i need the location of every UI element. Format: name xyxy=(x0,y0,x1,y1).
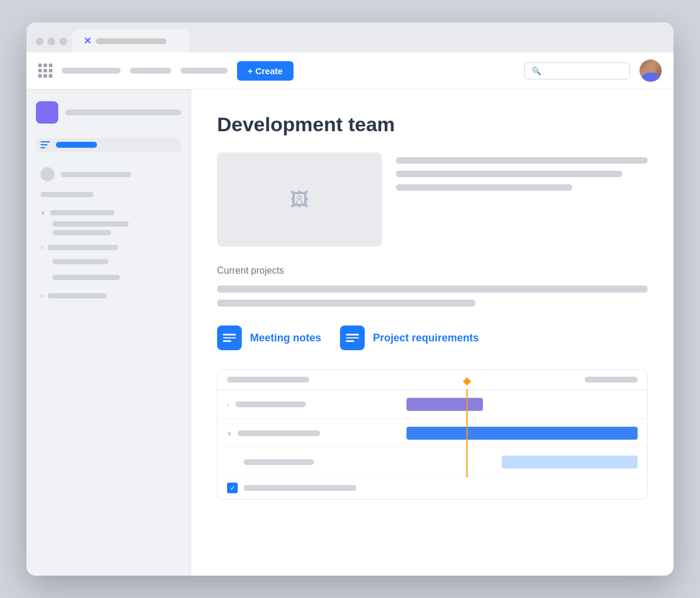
checkbox-icon[interactable]: ✓ xyxy=(227,483,238,493)
card-meeting-notes[interactable]: Meeting notes xyxy=(217,325,321,350)
project-lines xyxy=(217,285,648,307)
gantt-task-label-3 xyxy=(244,459,314,465)
gantt-bar-purple xyxy=(406,398,482,411)
meeting-notes-icon xyxy=(217,325,242,350)
gantt-header-label xyxy=(227,377,309,383)
content-area: Development team 🖼 Current projects xyxy=(191,89,674,576)
sidebar-collapse-3[interactable]: › xyxy=(36,290,181,301)
chevron-right-icon: › xyxy=(227,401,229,408)
sidebar-filter-row[interactable] xyxy=(36,138,181,152)
apps-grid-icon[interactable] xyxy=(38,64,52,78)
project-line-1 xyxy=(217,285,648,293)
meeting-notes-label: Meeting notes xyxy=(250,332,321,344)
close-dot[interactable] xyxy=(36,38,44,45)
gantt-bar-blue xyxy=(406,427,638,440)
gantt-row-3[interactable] xyxy=(218,448,647,477)
hero-section: 🖼 xyxy=(217,152,648,247)
gantt-task-label-4 xyxy=(244,485,356,491)
project-line-2 xyxy=(217,300,475,307)
nav-item-2[interactable] xyxy=(130,68,171,74)
cards-row: Meeting notes Project requirements xyxy=(217,325,648,350)
gantt-row-left-4: ✓ xyxy=(227,483,356,493)
sidebar-item-label xyxy=(41,192,94,197)
sidebar-sub-item[interactable] xyxy=(36,230,181,235)
sidebar: ∨ › xyxy=(26,89,191,576)
space-icon xyxy=(36,101,58,124)
chevron-down-icon: ∨ xyxy=(227,430,232,437)
gantt-right-2 xyxy=(366,425,638,441)
hero-text xyxy=(396,152,648,247)
card-project-requirements[interactable]: Project requirements xyxy=(340,325,479,350)
gantt-row-left-2: ∨ xyxy=(227,430,356,437)
sidebar-item-label xyxy=(52,230,111,235)
hero-text-line-1 xyxy=(396,157,648,164)
gantt-row-4[interactable]: ✓ xyxy=(218,477,647,499)
gantt-header xyxy=(218,370,647,390)
today-line-2 xyxy=(466,418,468,448)
today-line xyxy=(466,389,468,420)
search-box[interactable]: 🔍 xyxy=(524,62,630,79)
sidebar-filter-label xyxy=(56,142,97,148)
gantt-header-left xyxy=(227,377,356,383)
sidebar-item-label xyxy=(52,259,108,264)
main-layout: ∨ › xyxy=(26,89,674,576)
sidebar-section-4: › xyxy=(36,290,181,301)
filter-icon xyxy=(41,141,50,148)
sidebar-item-label xyxy=(61,172,131,177)
sidebar-collapse-1[interactable]: ∨ xyxy=(36,207,181,219)
top-navigation: + Create 🔍 xyxy=(26,52,674,89)
browser-chrome: ✕ xyxy=(26,22,674,52)
gantt-header-date xyxy=(585,377,638,383)
sidebar-item[interactable] xyxy=(36,188,181,201)
project-requirements-label: Project requirements xyxy=(373,332,479,344)
sidebar-item-label xyxy=(48,293,106,298)
sidebar-section-1 xyxy=(36,164,181,201)
confluence-icon: ✕ xyxy=(84,35,91,46)
sidebar-header xyxy=(36,101,181,124)
gantt-header-right xyxy=(366,377,638,383)
tab-title xyxy=(96,38,166,44)
window-controls xyxy=(36,38,67,52)
sidebar-item-label xyxy=(48,245,118,250)
gantt-row-left-1: › xyxy=(227,401,356,408)
nav-item-1[interactable] xyxy=(62,68,121,74)
sidebar-collapse-2[interactable]: › xyxy=(36,241,181,253)
sidebar-item-circle xyxy=(41,167,55,181)
gantt-row-2[interactable]: ∨ xyxy=(218,419,647,448)
sidebar-section-2: ∨ xyxy=(36,207,181,235)
section-title: Current projects xyxy=(217,265,648,276)
minimize-dot[interactable] xyxy=(48,38,55,45)
avatar[interactable] xyxy=(639,59,662,82)
gantt-task-label-1 xyxy=(235,401,306,407)
create-button[interactable]: + Create xyxy=(237,61,294,81)
sidebar-sub-item[interactable] xyxy=(36,221,181,227)
sidebar-item-label xyxy=(50,210,115,215)
page-title: Development team xyxy=(217,113,648,136)
gantt-right-1 xyxy=(366,396,638,413)
sidebar-sub-item[interactable] xyxy=(36,255,181,268)
sidebar-item[interactable] xyxy=(36,164,181,185)
gantt-bar-light xyxy=(502,456,638,469)
hero-text-line-2 xyxy=(396,171,622,177)
search-input[interactable] xyxy=(546,68,605,74)
today-line-3 xyxy=(466,447,468,477)
sidebar-item-label xyxy=(52,221,129,227)
sidebar-sub-item[interactable] xyxy=(36,271,181,284)
gantt-row-1[interactable]: › xyxy=(218,390,647,419)
project-requirements-icon xyxy=(340,325,365,350)
hero-text-line-3 xyxy=(396,184,572,191)
gantt-chart: › ∨ xyxy=(217,369,648,500)
browser-tab[interactable]: ✕ xyxy=(72,29,189,52)
gantt-task-label-2 xyxy=(238,430,320,436)
chevron-right-icon: › xyxy=(41,292,43,299)
chevron-right-icon: › xyxy=(41,244,43,251)
hero-image: 🖼 xyxy=(217,152,382,247)
maximize-dot[interactable] xyxy=(59,38,67,45)
image-placeholder-icon: 🖼 xyxy=(290,189,309,211)
sidebar-section-3: › xyxy=(36,241,181,284)
sidebar-item-label xyxy=(52,275,120,280)
nav-item-3[interactable] xyxy=(181,68,228,74)
search-icon: 🔍 xyxy=(532,67,541,75)
chevron-down-icon: ∨ xyxy=(41,209,45,217)
gantt-row-left-3 xyxy=(227,459,356,465)
